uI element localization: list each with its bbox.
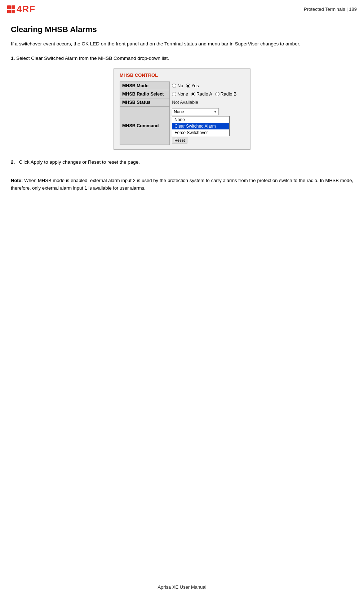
mhsb-command-label: MHSB Command (120, 107, 170, 145)
note-content: When MHSB mode is enabled, external alar… (11, 178, 353, 191)
mhsb-radio-select-label: MHSB Radio Select (120, 90, 170, 98)
mhsb-box: MHSB CONTROL MHSB Mode No (114, 68, 250, 150)
dropdown-item-force[interactable]: Force Switchover (172, 129, 229, 136)
reset-button[interactable]: Reset (172, 137, 187, 143)
dropdown-item-none[interactable]: None (172, 116, 229, 123)
logo-text: 4RF (17, 4, 35, 15)
mhsb-table: MHSB Mode No Yes (120, 81, 244, 145)
radio-none-circle (172, 92, 176, 96)
radio-no-circle (172, 84, 176, 88)
mhsb-row-command: MHSB Command None ▼ None Clear Switched … (120, 107, 244, 145)
mhsb-wrapper: MHSB CONTROL MHSB Mode No (11, 68, 353, 150)
mhsb-mode-value: No Yes (170, 82, 244, 90)
radio-b-label: Radio B (221, 92, 236, 97)
mhsb-mode-no[interactable]: No (172, 83, 183, 88)
header-page-info: Protected Terminals | 189 (304, 6, 357, 12)
radio-yes-label: Yes (191, 83, 199, 88)
radio-b-circle (215, 92, 219, 96)
mhsb-row-radio-select: MHSB Radio Select None Radio A (120, 90, 244, 98)
logo-icon: 4RF (7, 4, 35, 15)
radio-yes-circle (186, 84, 190, 88)
mhsb-status-label: MHSB Status (120, 98, 170, 107)
mhsb-status-value: Not Available (170, 98, 244, 107)
radio-a-item[interactable]: Radio A (191, 92, 212, 97)
page-title: Clearing MHSB Alarms (11, 25, 353, 34)
note-label: Note: (11, 178, 23, 183)
mhsb-command-current: None (174, 109, 184, 114)
mhsb-row-mode: MHSB Mode No Yes (120, 82, 244, 90)
mhsb-title: MHSB CONTROL (120, 72, 244, 78)
page-header: 4RF Protected Terminals | 189 (0, 0, 364, 18)
mhsb-command-value: None ▼ None Clear Switched Alarm Force S… (170, 107, 244, 145)
logo-sq-2 (12, 5, 15, 9)
mhsb-row-status: MHSB Status Not Available (120, 98, 244, 107)
note-box: Note: When MHSB mode is enabled, externa… (11, 173, 353, 196)
mhsb-mode-label: MHSB Mode (120, 82, 170, 90)
logo-area: 4RF (7, 4, 35, 15)
radio-none-item[interactable]: None (172, 92, 188, 97)
logo-sq-4 (12, 10, 15, 13)
radio-none-label: None (177, 92, 188, 97)
main-content: Clearing MHSB Alarms If a switchover eve… (0, 18, 364, 207)
logo-squares (7, 5, 15, 13)
mhsb-mode-radio-group: No Yes (172, 83, 242, 88)
logo-sq-1 (7, 5, 11, 9)
dropdown-arrow-icon: ▼ (213, 110, 217, 114)
dropdown-item-clear[interactable]: Clear Switched Alarm (172, 123, 229, 129)
step2-num: 2. (11, 159, 15, 165)
step1-content: Select Clear Switched Alarm from the MHS… (16, 56, 169, 61)
page-footer: Aprisa XE User Manual (0, 584, 364, 590)
radio-a-label: Radio A (196, 92, 212, 97)
logo-sq-3 (7, 10, 11, 13)
mhsb-mode-yes[interactable]: Yes (186, 83, 199, 88)
step2-content: Click Apply to apply changes or Reset to… (19, 159, 140, 165)
step1-num: 1. (11, 56, 15, 61)
mhsb-radio-select-group: None Radio A Radio B (172, 92, 242, 97)
footer-text: Aprisa XE User Manual (157, 584, 206, 590)
button-row: Reset (172, 137, 242, 143)
mhsb-radio-select-value: None Radio A Radio B (170, 90, 244, 98)
radio-a-circle (191, 92, 195, 96)
mhsb-status-text: Not Available (172, 100, 198, 105)
step-1: 1. Select Clear Switched Alarm from the … (11, 54, 353, 62)
step1-text: 1. Select Clear Switched Alarm from the … (11, 54, 353, 62)
intro-text: If a switchover event occurs, the OK LED… (11, 40, 353, 48)
note-text: Note: When MHSB mode is enabled, externa… (11, 177, 353, 192)
mhsb-command-dropdown-area: None ▼ None Clear Switched Alarm Force S… (172, 108, 242, 143)
radio-no-label: No (177, 83, 183, 88)
mhsb-command-menu: None Clear Switched Alarm Force Switchov… (172, 116, 230, 136)
step2-text: 2. Click Apply to apply changes or Reset… (11, 158, 353, 166)
radio-b-item[interactable]: Radio B (215, 92, 236, 97)
mhsb-command-select[interactable]: None ▼ (172, 108, 219, 115)
